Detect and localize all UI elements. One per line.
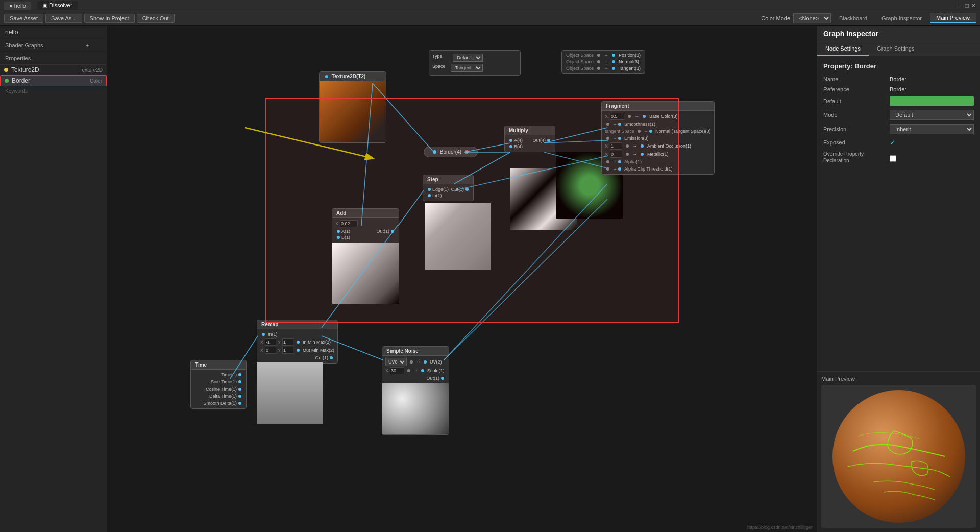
mode-dropdown[interactable]: Default	[890, 110, 974, 120]
type-label: Type	[432, 54, 443, 62]
toolbar: Save Asset Save As... Show In Project Ch…	[0, 11, 980, 26]
fragment-smoothness-input[interactable]	[610, 113, 624, 120]
save-as-button[interactable]: Save As...	[45, 14, 82, 23]
type-select[interactable]: Default	[453, 54, 483, 62]
main-layout: hello Shader Graphs + Properties Texture…	[0, 26, 980, 532]
preview-sphere	[832, 390, 965, 523]
remap-y1-input[interactable]	[282, 338, 293, 346]
border-node[interactable]: Border(4)	[424, 147, 478, 157]
tab-hello-icon: ●	[9, 3, 13, 9]
name-value: Border	[890, 76, 974, 82]
vertex-node[interactable]: Type Default Space Tangent	[429, 50, 521, 76]
property-texture2d[interactable]: Texture2D Texture2D	[0, 65, 107, 75]
remap-x1-input[interactable]	[265, 338, 276, 346]
bw-large-preview	[425, 203, 491, 270]
exposed-checkbox[interactable]: ✓	[890, 138, 896, 147]
name-label: Name	[823, 76, 890, 82]
step-node[interactable]: Step Edge(1) Out(1) In(1)	[423, 175, 474, 201]
svg-line-5	[398, 190, 424, 226]
multiply-node-body: A(4) Out(4) B(4)	[505, 135, 555, 152]
left-sidebar: hello Shader Graphs + Properties Texture…	[0, 26, 107, 532]
add-shader-graph-button[interactable]: +	[86, 42, 89, 49]
node-settings-tab[interactable]: Node Settings	[817, 42, 869, 56]
remap-x2-input[interactable]	[265, 347, 276, 354]
tab-dissolve-icon: ▣	[42, 2, 47, 8]
multiply-node-header: Multiply	[505, 126, 555, 135]
mode-row: Mode Default	[823, 110, 974, 120]
add-node[interactable]: Add X A(1) Out(1) B(1)	[332, 208, 399, 304]
save-asset-button[interactable]: Save Asset	[4, 14, 43, 23]
blackboard-tab-button[interactable]: Blackboard	[833, 14, 873, 23]
info-url: https://blog.csdn.net/xinzhilinger	[747, 525, 813, 530]
exposed-row: Exposed ✓	[823, 138, 974, 147]
reference-label: Reference	[823, 86, 890, 92]
mode-label: Mode	[823, 112, 890, 118]
precision-row: Precision Inherit	[823, 124, 974, 134]
yellow-arrow	[235, 117, 388, 168]
border-node-label: Border(4)	[440, 149, 461, 155]
graph-canvas[interactable]: Type Default Space Tangent Texture2D(T2)	[107, 26, 817, 532]
exposed-label: Exposed	[823, 139, 890, 146]
keywords-label: Keywords	[0, 86, 107, 96]
time-node[interactable]: Time Time(1) Sine Time(1) Cosine Time(1)…	[190, 360, 247, 409]
override-label: Override Property Declaration	[823, 151, 890, 164]
window-close-icon[interactable]: ✕	[971, 2, 976, 9]
properties-section: Properties	[0, 52, 107, 65]
step-node-body: Edge(1) Out(1) In(1)	[423, 184, 473, 201]
add-node-body: X A(1) Out(1) B(1)	[332, 218, 399, 243]
graph-inspector-tab-button[interactable]: Graph Inspector	[875, 14, 928, 23]
default-value[interactable]	[890, 96, 974, 106]
sphere-lines-svg	[832, 390, 965, 523]
graph-settings-tab[interactable]: Graph Settings	[869, 42, 922, 56]
property-texture2d-type: Texture2D	[79, 67, 103, 73]
reference-value: Border	[890, 86, 974, 92]
noise-scale-input[interactable]	[390, 367, 404, 374]
remap-node-header: Remap	[257, 320, 337, 329]
sidebar-header: hello	[0, 26, 107, 39]
time-node-header: Time	[191, 360, 246, 370]
color-mode-select[interactable]: <None>	[793, 13, 831, 23]
multiply-node[interactable]: Multiply A(4) Out(4) B(4)	[504, 126, 555, 152]
time-node-body: Time(1) Sine Time(1) Cosine Time(1) Delt…	[191, 370, 246, 408]
project-name: hello	[5, 29, 18, 36]
tab-dissolve-label: Dissolve*	[49, 2, 72, 8]
add-x-input[interactable]	[340, 220, 358, 227]
check-out-button[interactable]: Check Out	[137, 14, 175, 23]
remap-node[interactable]: Remap In(1) X Y In Min Max(2) X Y	[257, 320, 338, 364]
default-label: Default	[823, 98, 890, 104]
noise-uv-select[interactable]: UV0	[385, 358, 407, 366]
color-mode-section: Color Mode <None>	[761, 13, 831, 23]
add-node-header: Add	[332, 209, 399, 218]
property-border[interactable]: Border Color	[0, 75, 107, 86]
window-minimize-icon[interactable]: ─	[959, 2, 963, 9]
tab-hello[interactable]: ● hello	[4, 2, 31, 10]
vertex-ports: Object Space→Position(3) Object Space→No…	[561, 50, 645, 74]
window-restore-icon[interactable]: □	[965, 2, 969, 9]
space-label: Space	[432, 64, 446, 72]
fragment-node[interactable]: Fragment X → Base Color(3) →Smoothness(1…	[601, 101, 715, 175]
remap-y2-input[interactable]	[282, 347, 293, 354]
simple-noise-node[interactable]: Simple Noise UV0 → UV(2) X → Scale(1)	[382, 346, 449, 435]
tab-hello-label: hello	[14, 3, 26, 9]
space-select[interactable]: Tangent	[451, 64, 483, 72]
right-panel-tabs: Node Settings Graph Settings	[817, 42, 980, 56]
main-preview-tab-button[interactable]: Main Preview	[930, 13, 976, 23]
override-checkbox[interactable]	[890, 155, 896, 162]
property-title: Property: Border	[823, 62, 974, 70]
show-in-project-button[interactable]: Show In Project	[84, 14, 135, 23]
precision-dropdown[interactable]: Inherit	[890, 124, 974, 134]
fragment-metallic-input[interactable]	[610, 151, 622, 158]
tab-dissolve[interactable]: ▣ Dissolve*	[37, 1, 78, 10]
override-row: Override Property Declaration	[823, 151, 974, 164]
property-texture2d-name: Texture2D	[11, 66, 39, 74]
right-panel: Graph Inspector Node Settings Graph Sett…	[817, 26, 980, 532]
reference-row: Reference Border	[823, 86, 974, 92]
main-preview-section: Main Preview	[817, 371, 980, 532]
step-node-header: Step	[423, 175, 473, 184]
fragment-node-body: X → Base Color(3) →Smoothness(1) tangent…	[602, 111, 714, 174]
noise-preview	[382, 383, 449, 434]
title-bar: ● hello ▣ Dissolve* ─ □ ✕	[0, 0, 980, 11]
fragment-ao-input[interactable]	[610, 142, 622, 150]
color-mode-label: Color Mode	[761, 15, 790, 21]
main-preview-label: Main Preview	[821, 376, 976, 382]
